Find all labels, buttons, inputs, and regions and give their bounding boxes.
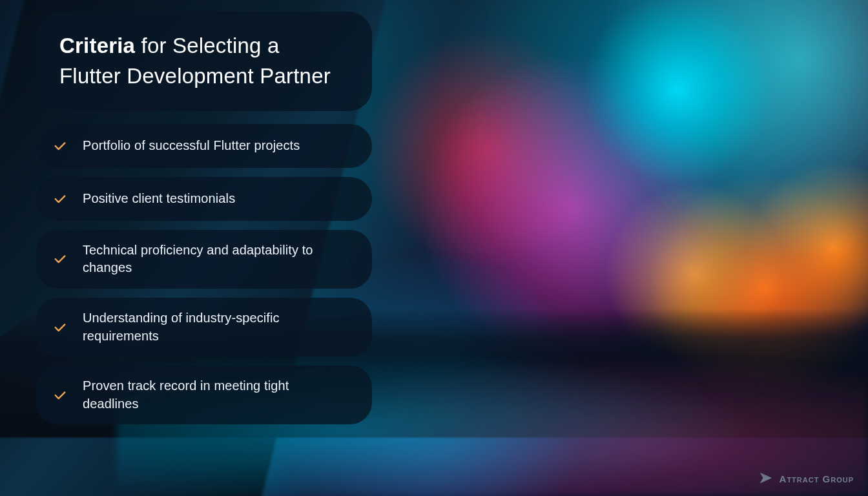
list-item-text: Technical proficiency and adaptability t…	[83, 242, 328, 277]
list-item: Positive client testimonials	[36, 177, 372, 221]
check-icon	[52, 319, 68, 336]
list-item: Portfolio of successful Flutter projects	[36, 124, 372, 168]
content-column: Criteria for Selecting a Flutter Develop…	[36, 12, 372, 424]
list-item-text: Positive client testimonials	[83, 190, 235, 208]
list-item-text: Portfolio of successful Flutter projects	[83, 137, 300, 155]
criteria-list: Portfolio of successful Flutter projects…	[36, 124, 372, 425]
list-item: Proven track record in meeting tight dea…	[36, 366, 372, 424]
slide-background: Criteria for Selecting a Flutter Develop…	[0, 0, 868, 496]
paper-plane-icon	[759, 471, 773, 487]
list-item: Understanding of industry-specific requi…	[36, 298, 372, 356]
brand-watermark: Attract Group	[759, 471, 854, 487]
list-item: Technical proficiency and adaptability t…	[36, 230, 372, 289]
check-icon	[52, 387, 68, 404]
list-item-text: Proven track record in meeting tight dea…	[83, 377, 328, 413]
title-card: Criteria for Selecting a Flutter Develop…	[36, 12, 372, 111]
slide-title: Criteria for Selecting a Flutter Develop…	[59, 31, 344, 92]
check-icon	[52, 191, 68, 207]
slide-title-bold: Criteria	[59, 34, 135, 57]
check-icon	[52, 138, 68, 154]
list-item-text: Understanding of industry-specific requi…	[83, 309, 328, 345]
brand-name: Attract Group	[780, 473, 854, 484]
check-icon	[52, 251, 68, 267]
